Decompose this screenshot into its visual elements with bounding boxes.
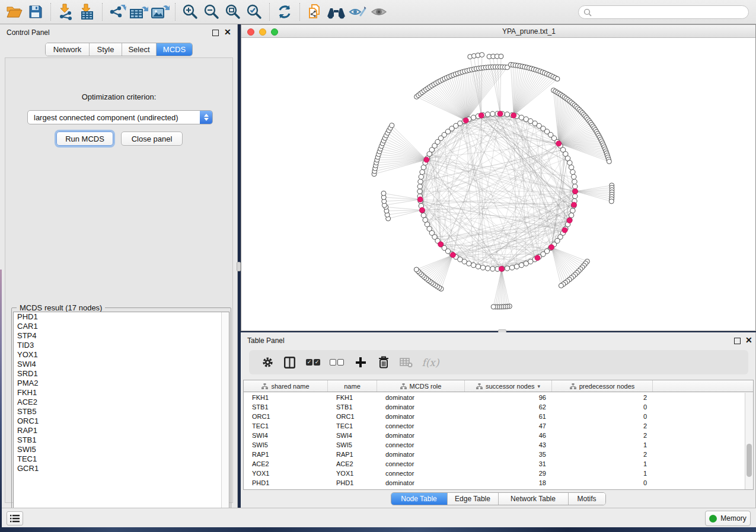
- import-network-icon[interactable]: [55, 2, 76, 22]
- hide-selected-icon[interactable]: [347, 2, 368, 22]
- table-tabs-row: Node Table Edge Table Network Table Moti…: [241, 492, 755, 508]
- delete-columns-icon[interactable]: [372, 354, 395, 371]
- table-settings-icon[interactable]: [257, 354, 277, 371]
- table-row[interactable]: YOX1YOX1connector291: [244, 469, 745, 478]
- clone-network-icon[interactable]: [304, 2, 326, 22]
- zoom-selected-icon[interactable]: [244, 2, 265, 22]
- mcds-result-item[interactable]: STB5: [14, 407, 229, 416]
- search-input[interactable]: [592, 8, 748, 17]
- table-row[interactable]: PHD1PHD1dominator180: [244, 478, 745, 488]
- column-header-predecessor-nodes[interactable]: predecessor nodes: [552, 380, 653, 392]
- close-panel-button[interactable]: Close panel: [121, 132, 183, 146]
- close-window-icon[interactable]: [247, 28, 254, 36]
- table-scrollbar[interactable]: [745, 393, 753, 489]
- toolbar-separator: [269, 3, 270, 21]
- open-session-icon[interactable]: [4, 2, 25, 22]
- tab-style[interactable]: Style: [90, 43, 122, 56]
- table-cell: 61: [465, 413, 552, 420]
- table-cell: FKH1: [328, 394, 377, 401]
- close-panel-icon[interactable]: ✕: [224, 27, 231, 37]
- toggle-panel-icon[interactable]: [277, 354, 301, 371]
- mcds-result-item[interactable]: STP4: [14, 331, 229, 341]
- shared-column-icon: [570, 383, 576, 389]
- table-row[interactable]: SWI4SWI4dominator462: [244, 431, 745, 440]
- close-table-panel-icon[interactable]: ✕: [745, 335, 752, 345]
- network-graph[interactable]: [241, 38, 755, 331]
- refresh-view-icon[interactable]: [274, 2, 295, 22]
- show-all-icon[interactable]: [368, 2, 390, 22]
- mcds-list-scrollbar[interactable]: [221, 312, 229, 527]
- select-all-icon[interactable]: ✓✓: [301, 354, 325, 371]
- mcds-result-item[interactable]: TID3: [14, 341, 229, 350]
- mcds-result-title: MCDS result (17 nodes): [17, 303, 105, 312]
- column-header-MCDS-role[interactable]: MCDS role: [377, 380, 465, 392]
- minimize-window-icon[interactable]: [259, 28, 266, 36]
- column-header-name[interactable]: name: [328, 380, 377, 392]
- delete-table-icon[interactable]: [395, 354, 417, 371]
- table-cell: dominator: [377, 451, 465, 458]
- tab-network[interactable]: Network: [46, 43, 90, 56]
- mcds-result-item[interactable]: SWI5: [14, 445, 229, 454]
- table-row[interactable]: ACE2ACE2connector311: [244, 459, 745, 469]
- memory-button[interactable]: Memory: [705, 511, 751, 526]
- column-header-successor-nodes[interactable]: successor nodes▾: [465, 380, 552, 392]
- table-cell: PHD1: [328, 479, 377, 486]
- function-builder-icon[interactable]: f(x): [417, 354, 444, 371]
- mcds-result-item[interactable]: GCR1: [14, 464, 229, 473]
- float-panel-icon[interactable]: [212, 30, 219, 36]
- table-cell: PHD1: [244, 479, 328, 486]
- column-header-shared-name[interactable]: shared name: [244, 380, 328, 392]
- mcds-result-item[interactable]: RAP1: [14, 426, 229, 435]
- add-column-icon[interactable]: [349, 354, 372, 371]
- network-titlebar[interactable]: YPA_prune.txt_1: [241, 25, 755, 38]
- binoculars-icon[interactable]: [326, 2, 347, 22]
- import-table-icon[interactable]: [76, 2, 98, 22]
- tab-edge-table[interactable]: Edge Table: [448, 493, 499, 505]
- table-panel-title: Table Panel: [247, 336, 285, 345]
- run-mcds-button[interactable]: Run MCDS: [56, 132, 113, 146]
- export-table-icon[interactable]: [128, 2, 149, 22]
- export-network-icon[interactable]: [107, 2, 128, 22]
- zoom-in-icon[interactable]: [180, 2, 201, 22]
- tab-network-table[interactable]: Network Table: [499, 493, 569, 505]
- table-row[interactable]: STB1STB1dominator620: [244, 402, 745, 412]
- mcds-result-item[interactable]: PMA2: [14, 379, 229, 388]
- table-row[interactable]: FKH1FKH1dominator962: [244, 393, 745, 402]
- table-cell: 2: [552, 394, 653, 401]
- table-row[interactable]: ORC1ORC1dominator610: [244, 412, 745, 421]
- mcds-result-list[interactable]: PHD1CAR1STP4TID3YOX1SWI4SRD1PMA2FKH1ACE2…: [13, 312, 229, 527]
- float-table-panel-icon[interactable]: [734, 338, 741, 344]
- mcds-result-item[interactable]: ACE2: [14, 398, 229, 407]
- deselect-all-icon[interactable]: [325, 354, 349, 371]
- optimization-criterion-dropdown[interactable]: largest connected component (undirected): [27, 110, 213, 124]
- tab-node-table[interactable]: Node Table: [391, 493, 448, 505]
- tab-motifs[interactable]: Motifs: [569, 493, 605, 505]
- mcds-result-item[interactable]: ORC1: [14, 416, 229, 426]
- table-row[interactable]: RAP1RAP1dominator352: [244, 450, 745, 459]
- table-cell: 96: [465, 394, 552, 401]
- mcds-result-item[interactable]: TEC1: [14, 454, 229, 464]
- node-table-body[interactable]: FKH1FKH1dominator962STB1STB1dominator620…: [244, 393, 745, 489]
- table-cell: dominator: [377, 479, 465, 486]
- mcds-result-item[interactable]: YOX1: [14, 350, 229, 360]
- mcds-result-item[interactable]: SRD1: [14, 369, 229, 379]
- save-session-icon[interactable]: [25, 2, 46, 22]
- zoom-fit-icon[interactable]: [222, 2, 244, 22]
- mcds-result-item[interactable]: FKH1: [14, 388, 229, 398]
- mcds-result-item[interactable]: SWI4: [14, 360, 229, 369]
- mcds-result-item[interactable]: STB1: [14, 435, 229, 445]
- zoom-out-icon[interactable]: [201, 2, 222, 22]
- export-image-icon[interactable]: [149, 2, 171, 22]
- network-canvas[interactable]: [241, 38, 755, 331]
- table-cell: FKH1: [244, 394, 328, 401]
- tab-select[interactable]: Select: [122, 43, 157, 56]
- mcds-result-item[interactable]: PHD1: [14, 312, 229, 322]
- table-scrollbar-thumb[interactable]: [747, 444, 752, 477]
- table-row[interactable]: SWI5SWI5connector431: [244, 440, 745, 450]
- maximize-window-icon[interactable]: [271, 28, 278, 36]
- table-row[interactable]: TEC1TEC1connector472: [244, 421, 745, 431]
- task-history-button[interactable]: [7, 511, 23, 525]
- tab-mcds[interactable]: MCDS: [157, 43, 192, 56]
- mcds-result-item[interactable]: CAR1: [14, 322, 229, 331]
- vertical-splitter-grip[interactable]: [237, 262, 241, 271]
